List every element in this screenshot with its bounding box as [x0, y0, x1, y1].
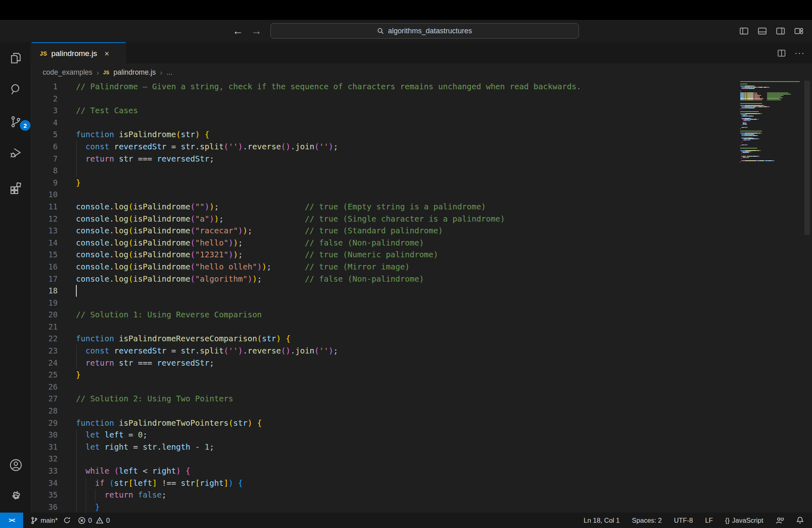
code-line[interactable]: 27// Solution 2: Using Two Pointers — [31, 393, 812, 405]
settings-gear-icon[interactable] — [0, 485, 31, 508]
line-number[interactable]: 34 — [31, 477, 76, 489]
code-line[interactable]: 26 — [31, 381, 812, 393]
line-number[interactable]: 27 — [31, 393, 76, 405]
tab-close-icon[interactable]: × — [104, 49, 109, 58]
code-line[interactable]: 21 — [31, 321, 812, 333]
code-line[interactable]: 8 — [31, 165, 812, 177]
line-number[interactable]: 10 — [31, 189, 76, 201]
split-editor-icon[interactable] — [777, 49, 786, 57]
line-number[interactable]: 3 — [31, 105, 76, 117]
code-line[interactable]: 24 return str === reversedStr; — [31, 357, 812, 369]
line-number[interactable]: 14 — [31, 237, 76, 249]
code-line[interactable]: 36 } — [31, 501, 812, 513]
code-line[interactable]: 31 let right = str.length - 1; — [31, 441, 812, 453]
code-line[interactable]: 18 — [31, 285, 812, 297]
more-actions-icon[interactable]: ··· — [795, 48, 805, 58]
code-line[interactable]: 17console.log(isPalindrome("algorithm"))… — [31, 273, 812, 285]
code-line[interactable]: 32 — [31, 453, 812, 465]
customize-layout-icon[interactable] — [795, 28, 803, 34]
code-line[interactable]: 4 — [31, 117, 812, 129]
feedback-icon[interactable] — [775, 517, 784, 524]
code-line[interactable]: 30 let left = 0; — [31, 429, 812, 441]
code-line[interactable]: 6 const reversedStr = str.split('').reve… — [31, 141, 812, 153]
code-line[interactable]: 29function isPalindromeTwoPointers(str) … — [31, 417, 812, 429]
toggle-primary-sidebar-icon[interactable] — [740, 28, 748, 34]
code-editor[interactable]: 1// Palindrome — Given a string, check i… — [31, 81, 812, 513]
remote-indicator[interactable]: >< — [0, 513, 23, 528]
line-number[interactable]: 19 — [31, 297, 76, 309]
line-number[interactable]: 22 — [31, 333, 76, 345]
code-line[interactable]: 28 — [31, 405, 812, 417]
code-line[interactable]: 33 while (left < right) { — [31, 465, 812, 477]
toggle-secondary-sidebar-icon[interactable] — [776, 28, 785, 34]
code-line[interactable]: 11console.log(isPalindrome("")); // true… — [31, 201, 812, 213]
code-line[interactable]: 35 return false; — [31, 489, 812, 501]
line-number[interactable]: 18 — [31, 285, 76, 297]
line-number[interactable]: 29 — [31, 417, 76, 429]
explorer-icon[interactable] — [0, 47, 31, 69]
line-number[interactable]: 31 — [31, 441, 76, 453]
line-number[interactable]: 4 — [31, 117, 76, 129]
encoding-item[interactable]: UTF-8 — [674, 517, 693, 524]
run-debug-icon[interactable] — [0, 142, 31, 164]
code-line[interactable]: 15console.log(isPalindrome("12321")); //… — [31, 249, 812, 261]
breadcrumb-folder[interactable]: code_examples — [43, 68, 93, 77]
line-number[interactable]: 36 — [31, 501, 76, 513]
cursor-position-item[interactable]: Ln 18, Col 1 — [584, 517, 620, 524]
breadcrumb-more[interactable]: ... — [166, 68, 173, 77]
line-number[interactable]: 12 — [31, 213, 76, 225]
line-number[interactable]: 24 — [31, 357, 76, 369]
code-line[interactable]: 14console.log(isPalindrome("hello")); //… — [31, 237, 812, 249]
line-number[interactable]: 7 — [31, 153, 76, 165]
line-number[interactable]: 15 — [31, 249, 76, 261]
line-number[interactable]: 6 — [31, 141, 76, 153]
line-number[interactable]: 30 — [31, 429, 76, 441]
line-number[interactable]: 35 — [31, 489, 76, 501]
code-line[interactable]: 5function isPalindrome(str) { — [31, 129, 812, 141]
line-number[interactable]: 8 — [31, 165, 76, 177]
code-line[interactable]: 22function isPalindromeReverseComparison… — [31, 333, 812, 345]
editor-scrollbar[interactable] — [804, 81, 810, 235]
code-line[interactable]: 1// Palindrome — Given a string, check i… — [31, 81, 812, 93]
problems-item[interactable]: 0 0 — [78, 517, 110, 524]
code-line[interactable]: 16console.log(isPalindrome("hello olleh"… — [31, 261, 812, 273]
line-number[interactable]: 21 — [31, 321, 76, 333]
extensions-icon[interactable] — [0, 177, 31, 199]
language-mode-item[interactable]: {} JavaScript — [725, 517, 763, 524]
indentation-item[interactable]: Spaces: 2 — [632, 517, 662, 524]
line-number[interactable]: 23 — [31, 345, 76, 357]
code-line[interactable]: 13console.log(isPalindrome("racecar")); … — [31, 225, 812, 237]
code-line[interactable]: 23 const reversedStr = str.split('').rev… — [31, 345, 812, 357]
line-number[interactable]: 26 — [31, 381, 76, 393]
command-center-search[interactable]: algorithms_datastructures — [270, 23, 579, 39]
line-number[interactable]: 17 — [31, 273, 76, 285]
line-number[interactable]: 20 — [31, 309, 76, 321]
minimap[interactable] — [740, 81, 805, 163]
code-line[interactable]: 12console.log(isPalindrome("a")); // tru… — [31, 213, 812, 225]
code-line[interactable]: 25} — [31, 369, 812, 381]
line-number[interactable]: 2 — [31, 93, 76, 105]
code-line[interactable]: 10 — [31, 189, 812, 201]
code-line[interactable]: 19 — [31, 297, 812, 309]
tab-palindrome-js[interactable]: JS palindrome.js × — [32, 42, 126, 64]
breadcrumb-file[interactable]: palindrome.js — [114, 68, 156, 77]
code-line[interactable]: 20// Solution 1: Using Reverse Compariso… — [31, 309, 812, 321]
code-line[interactable]: 2 — [31, 93, 812, 105]
line-number[interactable]: 16 — [31, 261, 76, 273]
code-line[interactable]: 34 if (str[left] !== str[right]) { — [31, 477, 812, 489]
line-number[interactable]: 25 — [31, 369, 76, 381]
code-line[interactable]: 3// Test Cases — [31, 105, 812, 117]
forward-arrow-icon[interactable]: → — [249, 20, 264, 42]
line-number[interactable]: 13 — [31, 225, 76, 237]
accounts-icon[interactable] — [0, 454, 31, 476]
line-number[interactable]: 11 — [31, 201, 76, 213]
git-branch-item[interactable]: main* — [30, 517, 71, 524]
toggle-panel-icon[interactable] — [758, 28, 767, 34]
line-number[interactable]: 1 — [31, 81, 76, 93]
eol-item[interactable]: LF — [705, 517, 713, 524]
line-number[interactable]: 5 — [31, 129, 76, 141]
code-line[interactable]: 9} — [31, 177, 812, 189]
search-sidebar-icon[interactable] — [0, 78, 31, 101]
back-arrow-icon[interactable]: ← — [231, 20, 245, 42]
notifications-bell-icon[interactable] — [796, 516, 804, 524]
